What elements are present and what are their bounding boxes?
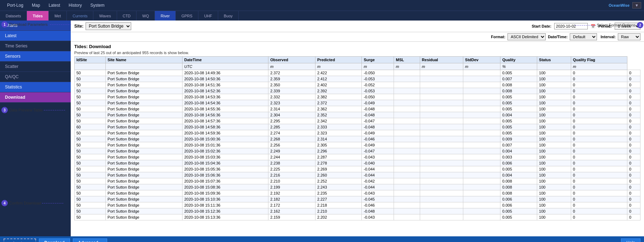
tab-buoy[interactable]: Buoy: [218, 11, 239, 21]
table-cell: 0: [571, 160, 627, 166]
table-row: 50Port Sutton Bridge2020-10-08 14:59:362…: [75, 130, 640, 136]
nav-history[interactable]: History: [64, 0, 86, 11]
start-date-label: Start Date:: [532, 24, 551, 28]
table-cell: 2.159: [268, 214, 315, 220]
table-cell: [394, 88, 420, 94]
table-cell: 2.323: [315, 130, 362, 136]
table-cell: [394, 94, 420, 100]
table-cell: 0: [627, 184, 640, 190]
table-cell: [420, 70, 463, 76]
table-header-row: IdSite Site Name DateTime Observed Predi…: [75, 57, 640, 63]
table-cell: 0: [571, 76, 627, 82]
sidebar-item-scatter[interactable]: Scatter: [0, 62, 71, 72]
table-cell: 2.323: [268, 100, 315, 106]
tab-met[interactable]: Met: [49, 11, 67, 21]
table-cell: [463, 166, 500, 172]
table-cell: -0.045: [362, 196, 394, 202]
sidebar-item-latest[interactable]: Latest: [0, 31, 71, 41]
table-cell: 50: [75, 100, 106, 106]
table-cell: 0: [627, 124, 640, 130]
tab-ctd[interactable]: CTD: [117, 11, 137, 21]
table-row: 50Port Sutton Bridge2020-10-08 14:49:362…: [75, 70, 640, 76]
table-cell: -0.048: [362, 208, 394, 214]
sidebar-item-timeseries[interactable]: Time Series: [0, 41, 71, 51]
table-cell: Port Sutton Bridge: [106, 88, 182, 94]
table-cell: 100: [537, 154, 571, 160]
sidebar-item-statistics[interactable]: Statistics: [0, 82, 71, 92]
login-button[interactable]: - - Log-in - - -: [4, 238, 36, 242]
table-cell: -0.050: [362, 70, 394, 76]
table-cell: -0.050: [362, 94, 394, 100]
table-cell: 2.225: [268, 166, 315, 172]
tab-waves[interactable]: Waves: [93, 11, 117, 21]
nav-map[interactable]: Map: [28, 0, 44, 11]
tab-gprs[interactable]: GPRS: [176, 11, 198, 21]
site-date-row: Site: Port Sutton Bridge Start Date: 📅 P…: [71, 21, 644, 32]
data-table-wrap: IdSite Site Name DateTime Observed Predi…: [71, 56, 644, 236]
table-cell: Port Sutton Bridge: [106, 184, 182, 190]
table-cell: 0: [627, 88, 640, 94]
tab-uhf[interactable]: UHF: [198, 11, 218, 21]
table-cell: 0: [627, 70, 640, 76]
table-cell: [420, 184, 463, 190]
nav-dropdown-button[interactable]: ▼: [632, 2, 641, 8]
nav-system[interactable]: System: [86, 0, 109, 11]
table-cell: 0: [571, 214, 627, 220]
tab-tides[interactable]: Tides: [27, 11, 49, 21]
dt-select[interactable]: DefaultISO 8601: [570, 33, 597, 40]
tab-wq[interactable]: WQ: [137, 11, 155, 21]
table-cell: -0.043: [362, 190, 394, 196]
nav-latest[interactable]: Latest: [44, 0, 64, 11]
table-cell: 0: [627, 94, 640, 100]
table-cell: [463, 106, 500, 112]
table-cell: 2.269: [315, 166, 362, 172]
advanced-button[interactable]: Advanced...: [73, 238, 107, 242]
tab-river[interactable]: River: [155, 11, 176, 21]
table-cell: 2.162: [268, 208, 315, 214]
table-cell: 0: [627, 118, 640, 124]
format-select[interactable]: ASCII DelimitedCSVNetCDF: [507, 33, 546, 40]
table-cell: 2020-10-08 14:49:36: [182, 70, 268, 76]
table-cell: Port Sutton Bridge: [106, 190, 182, 196]
table-cell: 2.372: [315, 100, 362, 106]
table-cell: 0: [627, 154, 640, 160]
table-row: 50Port Sutton Bridge2020-10-08 14:51:362…: [75, 82, 640, 88]
table-cell: 100: [537, 208, 571, 214]
table-cell: 2020-10-08 14:55:36: [182, 106, 268, 112]
table-cell: 50: [75, 136, 106, 142]
download-button[interactable]: Download: [39, 238, 70, 242]
table-row: 50Port Sutton Bridge2020-10-08 15:01:362…: [75, 142, 640, 148]
table-cell: 2.210: [315, 208, 362, 214]
table-cell: 0.005: [500, 70, 537, 76]
sidebar-item-qaqc[interactable]: QA/QC: [0, 72, 71, 82]
table-cell: Port Sutton Bridge: [106, 76, 182, 82]
table-cell: [420, 112, 463, 118]
nav-portlog[interactable]: Port-Log: [3, 0, 28, 11]
site-select[interactable]: Port Sutton Bridge: [86, 22, 131, 30]
th-qualityflag: Quality Flag: [571, 57, 627, 63]
help-button[interactable]: Help: [621, 238, 640, 242]
unit-datetime: UTC: [182, 63, 268, 70]
unit-observed: m: [268, 63, 315, 70]
table-cell: 2.359: [268, 76, 315, 82]
sidebar-item-download[interactable]: Download: [0, 92, 71, 103]
interval-select[interactable]: Raw1 Min5 Min10 Min15 Min30 Min1 Hour: [618, 33, 640, 40]
table-cell: 0.008: [500, 178, 537, 184]
sidebar-item-sensors[interactable]: Sensors: [0, 51, 71, 62]
bottom-bar: - - Log-in - - - Download Advanced... He…: [0, 236, 644, 242]
table-cell: -0.042: [362, 178, 394, 184]
table-cell: 2020-10-08 15:01:36: [182, 142, 268, 148]
table-cell: [463, 136, 500, 142]
table-row: 50Port Sutton Bridge2020-10-08 15:11:362…: [75, 202, 640, 208]
table-cell: 100: [537, 106, 571, 112]
table-cell: Port Sutton Bridge: [106, 94, 182, 100]
table-cell: 0: [571, 88, 627, 94]
app-logo: OceanWise ▼: [609, 2, 641, 8]
tab-datasets[interactable]: Datasets: [0, 11, 27, 21]
tab-currents[interactable]: Currents: [67, 11, 93, 21]
table-cell: 2.314: [268, 106, 315, 112]
table-cell: [394, 154, 420, 160]
table-cell: 0: [571, 202, 627, 208]
table-cell: 0: [627, 178, 640, 184]
table-cell: 2.202: [315, 214, 362, 220]
